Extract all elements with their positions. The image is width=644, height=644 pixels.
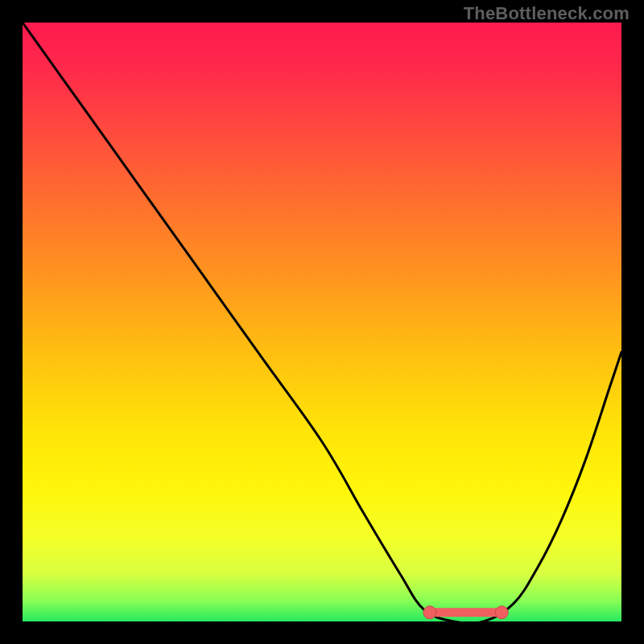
gradient-background	[23, 23, 621, 621]
chart-container: TheBottleneck.com	[0, 0, 644, 644]
watermark-text: TheBottleneck.com	[464, 3, 630, 24]
gradient-rect	[23, 23, 621, 621]
